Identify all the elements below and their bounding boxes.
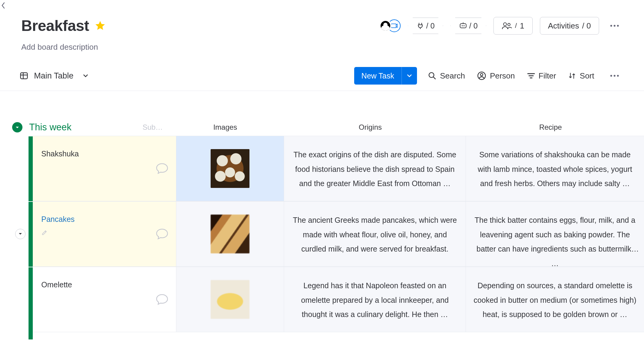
origins-cell[interactable]: Legend has it that Napoleon feasted on a… — [284, 267, 466, 332]
table-row[interactable]: OmeletteLegend has it that Napoleon feas… — [12, 267, 644, 332]
svg-point-6 — [508, 23, 510, 26]
item-name-cell[interactable]: Omelette — [33, 267, 176, 332]
item-name[interactable]: Omelette — [41, 280, 72, 289]
row-handle-slot — [12, 136, 29, 201]
person-label: Person — [490, 71, 515, 81]
add-item-bar[interactable] — [29, 332, 33, 339]
recipe-cell[interactable]: The thick batter contains eggs, flour, m… — [466, 201, 644, 267]
item-thumbnail — [211, 215, 249, 253]
item-name[interactable]: Shakshuka — [41, 149, 79, 158]
svg-point-13 — [480, 73, 483, 76]
svg-rect-1 — [460, 24, 466, 28]
sort-label: Sort — [580, 71, 594, 81]
add-update-icon[interactable] — [155, 293, 169, 306]
row-expand-handle[interactable] — [15, 229, 25, 239]
image-cell[interactable] — [176, 267, 284, 332]
new-task-label: New Task — [354, 67, 402, 85]
table-icon — [19, 71, 29, 80]
search-icon — [428, 72, 436, 80]
integrations-count: / 0 — [426, 22, 435, 30]
board-header: Breakfast / 0 — [0, 0, 644, 52]
new-task-button[interactable]: New Task — [354, 67, 417, 85]
origins-cell[interactable]: The exact origins of the dish are disput… — [284, 136, 466, 201]
image-cell[interactable] — [176, 201, 284, 267]
sort-icon — [568, 72, 576, 80]
plug-icon — [416, 22, 424, 30]
group-color-bar — [29, 201, 33, 267]
group-color-bar — [29, 267, 33, 332]
group-color-bar — [29, 136, 33, 201]
view-label: Main Table — [34, 71, 73, 81]
column-header-recipe[interactable]: Recipe — [461, 123, 640, 132]
board-title[interactable]: Breakfast — [21, 17, 89, 35]
search-button[interactable]: Search — [428, 71, 465, 81]
header-right-controls: / 0 / 0 / 1 Activities / 0 — [379, 17, 623, 35]
caret-down-icon — [15, 125, 20, 130]
activities-count: / 0 — [582, 21, 591, 31]
row-handle-slot — [12, 201, 29, 267]
board-more-menu[interactable] — [606, 18, 623, 34]
row-handle-slot — [12, 267, 29, 332]
svg-line-11 — [433, 77, 435, 79]
activities-button[interactable]: Activities / 0 — [540, 17, 599, 35]
chevron-down-icon — [407, 73, 412, 78]
svg-point-2 — [462, 25, 463, 26]
origins-cell[interactable]: The ancient Greeks made pancakes, which … — [284, 201, 466, 267]
group-header-row: This week Sub… Images Origins Recipe — [12, 119, 644, 136]
automations-badge[interactable]: / 0 — [450, 18, 486, 34]
robot-icon — [459, 22, 467, 29]
recipe-cell[interactable]: Depending on sources, a standard omelett… — [466, 267, 644, 332]
column-header-origins[interactable]: Origins — [279, 123, 461, 132]
sort-button[interactable]: Sort — [568, 71, 594, 81]
svg-rect-7 — [21, 73, 28, 79]
board-viewers[interactable] — [379, 18, 401, 34]
item-name-cell[interactable]: Pancakes — [33, 201, 176, 267]
more-horizontal-icon — [610, 75, 619, 77]
filter-icon — [527, 72, 535, 79]
more-horizontal-icon — [610, 25, 619, 27]
members-icon — [502, 22, 512, 30]
svg-point-5 — [503, 23, 507, 26]
image-cell[interactable] — [176, 136, 284, 201]
members-button[interactable]: / 1 — [493, 17, 533, 35]
edit-icon[interactable] — [41, 229, 75, 236]
automations-count: / 0 — [469, 22, 478, 30]
activities-label: Activities — [548, 21, 579, 31]
add-update-icon[interactable] — [155, 162, 169, 175]
board-toolbar: Main Table New Task Search Person Filter… — [0, 67, 644, 91]
toolbar-more-menu[interactable] — [606, 68, 623, 84]
column-header-subitems[interactable]: Sub… — [134, 123, 171, 132]
favorite-star-icon[interactable] — [94, 20, 106, 32]
members-count: 1 — [520, 21, 524, 31]
new-task-dropdown[interactable] — [402, 67, 417, 85]
chevron-down-icon — [83, 73, 89, 79]
recipe-cell[interactable]: Some variations of shakshouka can be mad… — [466, 136, 644, 201]
board-description-placeholder[interactable]: Add board description — [21, 42, 623, 52]
filter-button[interactable]: Filter — [527, 71, 556, 81]
svg-point-3 — [463, 25, 465, 26]
item-name[interactable]: Pancakes — [41, 215, 75, 224]
caret-down-icon — [19, 232, 22, 235]
view-switcher[interactable]: Main Table — [19, 71, 89, 81]
item-name-cell[interactable]: Shakshuka — [33, 136, 176, 201]
integrations-badge[interactable]: / 0 — [408, 18, 443, 34]
filter-label: Filter — [539, 71, 556, 81]
table-row[interactable]: ShakshukaThe exact origins of the dish a… — [12, 136, 644, 201]
search-label: Search — [440, 71, 465, 81]
person-icon — [477, 71, 486, 80]
person-filter-button[interactable]: Person — [477, 71, 515, 81]
group-title[interactable]: This week — [29, 122, 134, 133]
table-area: This week Sub… Images Origins Recipe Sha… — [0, 91, 644, 339]
group-collapse-toggle[interactable] — [12, 122, 22, 132]
table-row[interactable]: PancakesThe ancient Greeks made pancakes… — [12, 201, 644, 267]
item-thumbnail — [211, 280, 249, 319]
add-update-icon[interactable] — [155, 228, 169, 240]
svg-rect-0 — [391, 24, 396, 28]
column-header-images[interactable]: Images — [171, 123, 279, 132]
collapse-panel-chevron-icon[interactable] — [0, 1, 7, 10]
item-thumbnail — [211, 149, 249, 188]
